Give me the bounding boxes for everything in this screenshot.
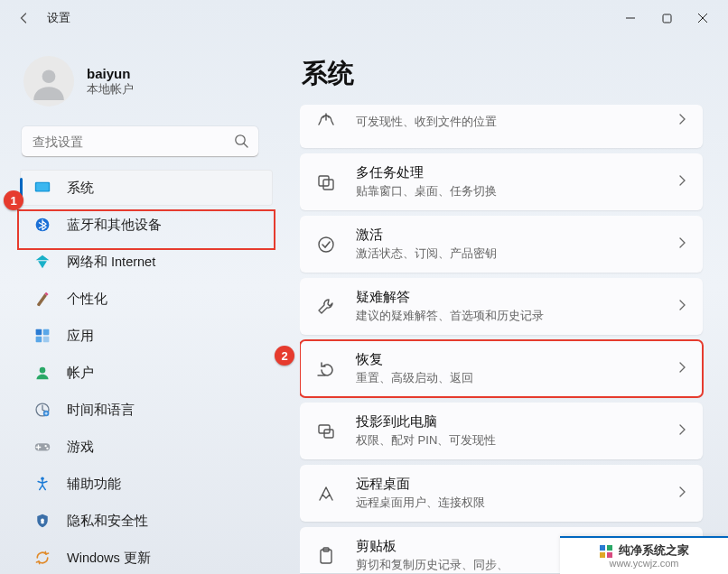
bluetooth-icon [33,215,52,235]
window-minimize-button[interactable] [612,2,649,34]
sidebar-item-system[interactable]: 系统 [20,170,273,206]
card-subtitle: 远程桌面用户、连接权限 [356,495,676,511]
card-multitasking[interactable]: 多任务处理 贴靠窗口、桌面、任务切换 [300,153,703,210]
page-title: 系统 [302,56,703,92]
svg-rect-0 [663,14,671,23]
annotation-badge-1: 1 [4,190,23,210]
window-title: 设置 [47,10,70,26]
card-subtitle: 可发现性、收到文件的位置 [356,114,676,130]
card-subtitle: 贴靠窗口、桌面、任务切换 [356,183,676,199]
sidebar-item-label: 应用 [67,328,94,345]
card-title: 疑难解答 [356,289,676,306]
card-projecting[interactable]: 投影到此电脑 权限、配对 PIN、可发现性 [300,403,703,459]
card-title: 恢复 [356,351,676,368]
watermark-line1: 纯净系统之家 [619,543,689,559]
search-input[interactable] [22,126,258,157]
search-icon [234,134,249,153]
sidebar-item-privacy[interactable]: 隐私和安全性 [20,503,273,539]
profile-name: baiyun [87,66,134,81]
system-icon [33,178,52,198]
svg-point-1 [42,69,56,83]
sidebar-item-label: 个性化 [67,291,107,308]
svg-rect-28 [600,552,605,558]
profile-subtitle: 本地帐户 [87,81,134,97]
sidebar-item-label: 隐私和安全性 [67,513,148,530]
share-icon [313,107,340,134]
svg-rect-18 [41,521,43,523]
sidebar-item-label: 辅助功能 [67,476,121,493]
network-icon [33,252,52,272]
window-close-button[interactable] [685,2,721,34]
watermark-line2: www.ycwjz.com [609,558,678,569]
annotation-badge-2: 2 [275,346,294,366]
window-maximize-button[interactable] [649,2,685,34]
windows-update-icon [33,548,52,568]
personalization-icon [33,289,52,309]
sidebar-item-gaming[interactable]: 游戏 [20,429,273,465]
sidebar-item-apps[interactable]: 应用 [20,318,273,354]
chevron-right-icon [676,486,688,502]
sidebar-item-windows-update[interactable]: Windows 更新 [20,540,273,574]
profile-block[interactable]: baiyun 本地帐户 [20,49,275,123]
svg-rect-6 [36,329,42,336]
remote-desktop-icon [313,480,340,507]
multitasking-icon [313,169,340,196]
card-subtitle: 重置、高级启动、返回 [356,370,676,386]
card-title: 远程桌面 [356,476,676,493]
privacy-icon [33,511,52,531]
svg-point-21 [319,237,333,252]
svg-rect-4 [36,183,49,190]
accessibility-icon [33,474,52,494]
sidebar-item-personalization[interactable]: 个性化 [20,281,273,317]
sidebar-item-accessibility[interactable]: 辅助功能 [20,466,273,502]
svg-rect-29 [607,552,612,558]
sidebar-item-network[interactable]: 网络和 Internet [20,244,273,280]
sidebar-item-label: 蓝牙和其他设备 [67,217,162,234]
card-remote-desktop[interactable]: 远程桌面 远程桌面用户、连接权限 [300,465,703,522]
card-activation[interactable]: 激活 激活状态、订阅、产品密钥 [300,216,703,273]
svg-point-15 [46,448,48,449]
sidebar-item-time-language[interactable]: 时间和语言 [20,392,273,428]
svg-rect-27 [607,545,612,551]
maximize-icon [662,14,672,23]
time-language-icon [33,400,52,420]
chevron-right-icon [676,299,688,315]
minimize-icon [625,13,636,23]
sidebar-item-label: 网络和 Internet [67,254,155,271]
troubleshoot-icon [313,293,340,320]
chevron-right-icon [676,423,688,440]
watermark-logo-icon [599,544,613,559]
sidebar: baiyun 本地帐户 系统 蓝牙和其他设备 网络和 Internet [5,36,275,574]
avatar [23,56,74,106]
svg-rect-9 [43,337,50,343]
back-button[interactable] [7,2,40,34]
chevron-right-icon [676,236,688,253]
close-icon [697,13,708,23]
svg-rect-26 [600,545,605,551]
svg-point-10 [40,367,46,374]
gaming-icon [33,437,52,457]
sidebar-item-accounts[interactable]: 帐户 [20,355,273,391]
activation-icon [313,231,340,258]
chevron-right-icon [676,174,688,190]
sidebar-item-label: 帐户 [67,365,94,382]
sidebar-item-bluetooth[interactable]: 蓝牙和其他设备 [20,207,273,243]
arrow-left-icon [16,11,31,25]
chevron-right-icon [676,113,688,129]
svg-rect-7 [43,329,50,336]
card-troubleshoot[interactable]: 疑难解答 建议的疑难解答、首选项和历史记录 [300,278,703,335]
recovery-icon [313,356,340,383]
card-recovery[interactable]: 恢复 重置、高级启动、返回 [300,340,703,397]
card-nearby-sharing[interactable]: 就近共享 可发现性、收到文件的位置 [300,105,703,148]
clipboard-icon [313,542,340,569]
sidebar-item-label: 系统 [67,180,94,197]
card-title: 多任务处理 [356,164,676,181]
sidebar-item-label: Windows 更新 [67,550,151,567]
card-subtitle: 激活状态、订阅、产品密钥 [356,245,676,262]
card-title: 投影到此电脑 [356,413,676,430]
svg-point-14 [44,445,46,447]
projecting-icon [313,418,340,445]
card-subtitle: 建议的疑难解答、首选项和历史记录 [356,308,676,324]
svg-rect-8 [36,337,42,343]
sidebar-item-label: 游戏 [67,439,94,456]
